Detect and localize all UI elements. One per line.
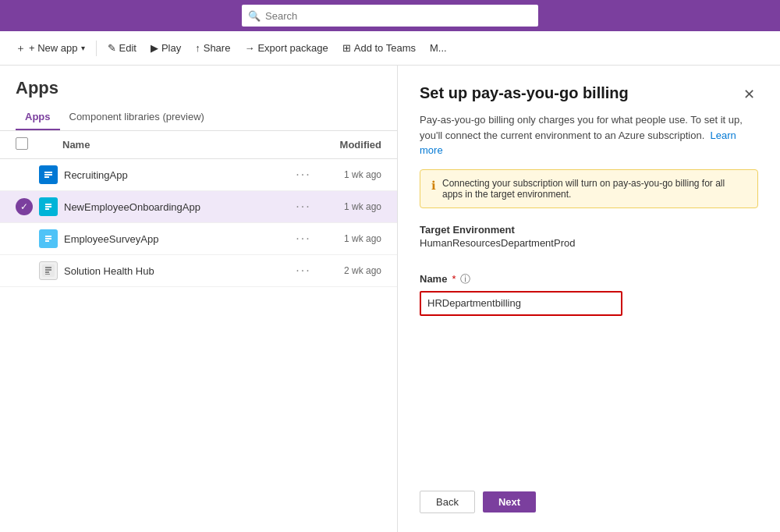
- app-name-newemployee: NewEmployeeOnboardingApp: [64, 201, 288, 213]
- app-name-solution: Solution Health Hub: [64, 265, 288, 277]
- main-area: Apps Apps Component libraries (preview) …: [0, 66, 780, 532]
- svg-rect-5: [45, 204, 51, 205]
- target-environment-section: Target Environment HumanResourcesDepartm…: [420, 224, 758, 260]
- next-button[interactable]: Next: [483, 491, 536, 512]
- name-label-row: Name * ⓘ: [420, 272, 758, 286]
- apps-title: Apps: [0, 66, 397, 105]
- warning-icon: ℹ: [431, 179, 436, 193]
- app-actions-newemployee[interactable]: ···: [288, 200, 319, 214]
- svg-rect-16: [45, 274, 50, 275]
- app-actions-survey[interactable]: ···: [288, 232, 319, 246]
- tabs-row: Apps Component libraries (preview): [0, 105, 397, 131]
- search-box[interactable]: 🔍: [242, 5, 538, 27]
- target-env-value: HumanResourcesDepartmentProd: [420, 237, 758, 249]
- app-modified-solution: 2 wk ago: [319, 265, 381, 276]
- play-icon: ▶: [151, 42, 158, 54]
- new-app-button[interactable]: ＋ + New app ▾: [9, 37, 91, 60]
- export-icon: →: [244, 42, 254, 54]
- edit-button[interactable]: ✎ Edit: [101, 37, 143, 59]
- svg-rect-11: [45, 240, 49, 242]
- svg-rect-7: [45, 208, 49, 210]
- app-icon-solution: [39, 261, 58, 280]
- toolbar: ＋ + New app ▾ ✎ Edit ▶ Play ↑ Share → Ex…: [0, 31, 780, 66]
- share-button[interactable]: ↑ Share: [189, 37, 236, 59]
- name-field-section: Name * ⓘ: [420, 272, 758, 316]
- svg-rect-9: [45, 236, 51, 237]
- tab-apps[interactable]: Apps: [16, 105, 60, 130]
- app-modified-survey: 1 wk ago: [319, 233, 381, 244]
- row-checkbox-solution[interactable]: [16, 262, 33, 279]
- svg-rect-15: [45, 271, 49, 273]
- export-button[interactable]: → Export package: [238, 37, 334, 59]
- name-info-icon[interactable]: ⓘ: [460, 272, 470, 286]
- svg-rect-6: [45, 206, 51, 207]
- search-input[interactable]: [265, 10, 532, 22]
- panel-footer: Back Next: [420, 475, 758, 513]
- row-checkbox-recruiting[interactable]: [16, 166, 33, 183]
- panel-description: Pay-as-you-go billing only charges you f…: [420, 112, 758, 158]
- edit-icon: ✎: [108, 42, 116, 54]
- teams-icon: ⊞: [342, 42, 351, 54]
- panel-title: Set up pay-as-you-go billing: [420, 84, 629, 102]
- app-icon-recruiting: [39, 165, 58, 184]
- table-header: Name Modified: [0, 131, 397, 159]
- search-icon: 🔍: [248, 10, 261, 22]
- chevron-down-icon: ▾: [81, 44, 85, 52]
- header-name-col: Name: [62, 139, 288, 151]
- svg-rect-10: [45, 238, 51, 239]
- top-bar: 🔍: [0, 0, 780, 31]
- name-input[interactable]: [420, 291, 622, 316]
- more-button[interactable]: M...: [424, 37, 453, 59]
- warning-banner: ℹ Connecting your subscription will turn…: [420, 169, 758, 208]
- toolbar-separator: [96, 41, 97, 56]
- close-button[interactable]: ✕: [740, 84, 758, 105]
- right-panel: Set up pay-as-you-go billing ✕ Pay-as-yo…: [398, 66, 780, 532]
- app-actions-recruiting[interactable]: ···: [288, 168, 319, 182]
- app-name-recruiting: RecruitingApp: [64, 169, 288, 181]
- name-field-label: Name: [420, 273, 447, 285]
- app-modified-recruiting: 1 wk ago: [319, 169, 381, 180]
- left-panel: Apps Apps Component libraries (preview) …: [0, 66, 398, 532]
- app-modified-newemployee: 1 wk ago: [319, 201, 381, 212]
- header-checkbox-col: [16, 137, 39, 152]
- panel-header: Set up pay-as-you-go billing ✕: [420, 84, 758, 105]
- header-checkbox[interactable]: [16, 137, 28, 150]
- play-button[interactable]: ▶ Play: [144, 37, 187, 59]
- table-row[interactable]: RecruitingApp ··· 1 wk ago: [0, 159, 397, 191]
- table-row[interactable]: ✓ NewEmployeeOnboardingApp ··· 1 wk ago: [0, 191, 397, 223]
- back-button[interactable]: Back: [420, 491, 475, 513]
- add-teams-button[interactable]: ⊞ Add to Teams: [336, 37, 422, 59]
- svg-rect-13: [45, 267, 51, 268]
- svg-rect-14: [45, 269, 51, 271]
- table-row[interactable]: EmployeeSurveyApp ··· 1 wk ago: [0, 223, 397, 255]
- app-icon-survey: [39, 229, 58, 248]
- svg-rect-2: [44, 174, 52, 176]
- warning-text: Connecting your subscription will turn o…: [442, 178, 746, 200]
- svg-rect-1: [44, 172, 52, 173]
- app-name-survey: EmployeeSurveyApp: [64, 233, 288, 245]
- app-actions-solution[interactable]: ···: [288, 264, 319, 278]
- svg-rect-3: [44, 176, 49, 178]
- share-icon: ↑: [195, 42, 200, 54]
- target-env-label: Target Environment: [420, 224, 758, 236]
- row-checkbox-survey[interactable]: [16, 230, 33, 247]
- row-check-selected: ✓: [16, 198, 33, 215]
- table-row[interactable]: Solution Health Hub ··· 2 wk ago: [0, 255, 397, 287]
- tab-component-libraries[interactable]: Component libraries (preview): [60, 105, 214, 130]
- plus-icon: ＋: [16, 41, 26, 55]
- required-indicator: *: [452, 273, 456, 285]
- app-icon-newemployee: [39, 197, 58, 216]
- header-modified-col: Modified: [319, 139, 381, 151]
